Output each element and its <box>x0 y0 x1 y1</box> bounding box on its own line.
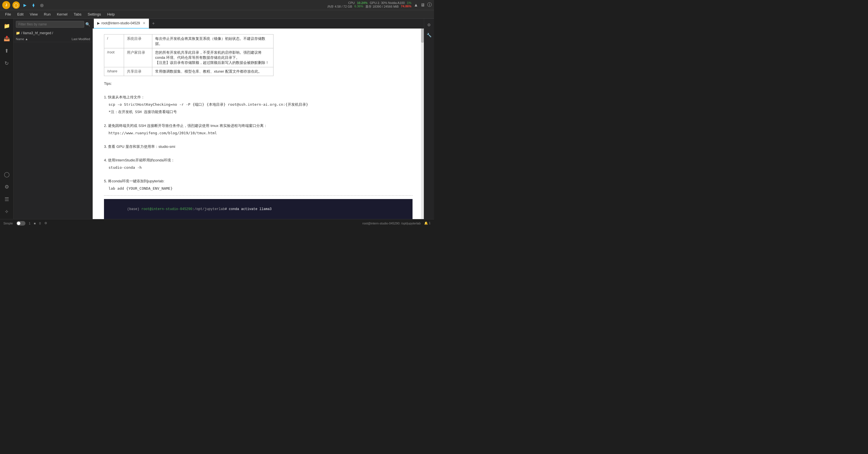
status-error-icon: ■ <box>34 222 36 225</box>
menu-run[interactable]: Run <box>41 11 53 18</box>
menu-settings[interactable]: Settings <box>85 11 104 18</box>
right-sidebar: ⚙ 🔧 <box>424 19 434 219</box>
table-cell-name: 系统目录 <box>124 34 152 48</box>
menu-help[interactable]: Help <box>104 11 118 18</box>
file-header-date[interactable]: Last Modified <box>59 37 90 41</box>
vram-label: 显存 18390 / 24566 MiB <box>365 4 398 9</box>
terminal-area: (base) root@intern-studio-045290:/opt/ju… <box>104 199 412 219</box>
file-list-header: Name ▲ Last Modified <box>13 36 92 42</box>
menu-kernel[interactable]: Kernel <box>54 11 70 18</box>
info-table: / 系统目录 每次停止开发机会将其恢复至系统（镜像）初始状态。不建议存储数据。 … <box>104 34 274 76</box>
monitor-icon[interactable]: 🖥 <box>421 3 425 8</box>
terminal-line-2: (llama3) root@intern-studio-045290:/opt/… <box>107 217 410 219</box>
top-bar: J ◯ ▶ ⧫ ◎ CPU 10.24% GPU-1: 30% Nvidia A… <box>0 0 434 10</box>
table-cell-dir: / <box>104 34 124 48</box>
toggle-simple[interactable] <box>17 221 25 225</box>
orange-icon[interactable]: ◯ <box>12 1 20 9</box>
file-header-name[interactable]: Name ▲ <box>16 37 58 41</box>
cpu-value: 10.24% <box>357 1 367 4</box>
sidebar-icon-upload[interactable]: 📤 <box>2 33 12 43</box>
jupyter-logo[interactable]: J <box>2 1 10 9</box>
table-cell-dir: /root <box>104 48 124 67</box>
status-path: root@intern-studio-045290: /opt/jupyterl… <box>363 222 421 225</box>
tab-bar: ▶ root@intern-studio-04529 ✕ + <box>93 19 424 29</box>
table-row: /root 用户家目录 您的所有开发机共享此目录，不受开发机的启停影响。强烈建议… <box>104 48 274 67</box>
table-row: /share 共享目录 常用微调数据集、模型仓库、教程、xtuner 配置文件都… <box>104 67 274 76</box>
search-input[interactable] <box>16 21 84 28</box>
menu-edit[interactable]: Edit <box>14 11 26 18</box>
status-left: Simple 1 ■ 0 ⚙ <box>3 221 47 225</box>
status-gear-icon[interactable]: ⚙ <box>44 221 47 225</box>
terminal-line-1: (base) root@intern-studio-045290:/opt/ju… <box>107 201 410 218</box>
breadcrumb-path: / llama3_hf_merged / <box>21 31 53 35</box>
circle-icon[interactable]: ◎ <box>38 2 45 8</box>
right-sidebar-icon-settings[interactable]: ⚙ <box>425 21 433 29</box>
menu-tabs[interactable]: Tabs <box>71 11 84 18</box>
sidebar-icon-puzzle[interactable]: ☰ <box>2 194 12 204</box>
upload-icon[interactable]: ▲ <box>414 3 418 8</box>
table-cell-desc: 每次停止开发机会将其恢复至系统（镜像）初始状态。不建议存储数据。 <box>152 34 274 48</box>
file-list <box>13 42 92 219</box>
status-right: root@intern-studio-045290: /opt/jupyterl… <box>363 221 431 225</box>
scrollbar-track[interactable] <box>421 29 424 219</box>
menu-bar: File Edit View Run Kernel Tabs Settings … <box>0 10 434 19</box>
top-bar-actions: ▲ 🖥 ⓘ <box>414 2 432 8</box>
main-layout: 📁 📤 ⬆ ↻ ◯ ⚙ ☰ ✧ 🔍 📁 / llama3_hf_merged /… <box>0 19 434 219</box>
search-icon[interactable]: 🔍 <box>85 22 90 27</box>
tab-add-button[interactable]: + <box>149 19 157 28</box>
sidebar-icon-upload2[interactable]: ⬆ <box>2 46 12 56</box>
ram-label: 内存 4.58 / 72 GB <box>328 4 352 9</box>
content-area: ▶ root@intern-studio-04529 ✕ + / 系统目录 每次… <box>93 19 424 219</box>
tip-2: 2. 避免因终端关闭或 SSH 连接断开导致任务停止，强烈建议使用 tmux 将… <box>104 123 412 129</box>
tab-close-icon[interactable]: ✕ <box>143 21 146 25</box>
tip-3: 3. 查看 GPU 显存和算力使用率：studio-smi <box>104 144 412 150</box>
menu-file[interactable]: File <box>2 11 14 18</box>
sidebar-icon-star[interactable]: ✧ <box>2 207 12 217</box>
sidebar-icon-files[interactable]: 📁 <box>2 21 12 31</box>
file-panel-search: 🔍 <box>13 19 92 30</box>
tip-4: 4. 使用InternStudio开箱即用的conda环境： <box>104 157 412 163</box>
vram-value: 74.86% <box>401 4 411 9</box>
system-stats: CPU 10.24% GPU-1: 30% Nvidia A100 1% 内存 … <box>328 1 411 9</box>
info-icon[interactable]: ⓘ <box>427 2 432 8</box>
tip-4-code: studio-conda -h <box>108 164 412 171</box>
notebook-content[interactable]: / 系统目录 每次停止开发机会将其恢复至系统（镜像）初始状态。不建议存储数据。 … <box>93 29 424 219</box>
cpu-stat: CPU 10.24% GPU-1: 30% Nvidia A100 1% 内存 … <box>328 1 411 9</box>
tip-2-code: https://www.ruanyifeng.com/blog/2019/10/… <box>108 130 412 136</box>
gpu-label: GPU-1: 30% Nvidia A100 <box>370 1 405 4</box>
tab-terminal-icon: ▶ <box>97 21 100 25</box>
cpu-label: CPU <box>348 1 354 4</box>
status-bar: Simple 1 ■ 0 ⚙ root@intern-studio-045290… <box>0 219 434 227</box>
right-sidebar-icon-tools[interactable]: 🔧 <box>425 31 433 39</box>
tip-5-code: lab add {YOUR_CONDA_ENV_NAME} <box>108 185 412 192</box>
terminal-tab-icon[interactable]: ▶ <box>22 2 28 8</box>
tab-terminal[interactable]: ▶ root@intern-studio-04529 ✕ <box>94 19 149 29</box>
status-error-count: 0 <box>39 222 41 225</box>
vscode-icon[interactable]: ⧫ <box>30 2 37 8</box>
gpu-value: 1% <box>407 1 411 4</box>
tab-terminal-label: root@intern-studio-04529 <box>101 21 140 25</box>
tip-5: 5. 将conda环境一键添加到jupyterlab: <box>104 178 412 184</box>
tips-section: Tips: 1. 快速从本地上传文件： scp -o StrictHostKey… <box>104 81 412 192</box>
tips-header: Tips: <box>104 81 412 87</box>
table-row: / 系统目录 每次停止开发机会将其恢复至系统（镜像）初始状态。不建议存储数据。 <box>104 34 274 48</box>
status-mode-label: Simple <box>3 222 13 225</box>
tip-1-note: *注：在开发机 SSH 连接功能查看端口号 <box>108 109 412 115</box>
sidebar-icons: 📁 📤 ⬆ ↻ ◯ ⚙ ☰ ✧ <box>0 19 13 219</box>
table-cell-name: 共享目录 <box>124 67 152 76</box>
menu-view[interactable]: View <box>27 11 40 18</box>
tip-1-code: scp -o StrictHostKeyChecking=no -r -P {端… <box>108 101 412 108</box>
table-cell-desc: 您的所有开发机共享此目录，不受开发机的启停影响。强烈建议将 conda 环境、代… <box>152 48 274 67</box>
tip-1: 1. 快速从本地上传文件： <box>104 94 412 100</box>
breadcrumb-folder-icon: 📁 <box>16 31 20 35</box>
sidebar-icon-refresh[interactable]: ↻ <box>2 58 12 68</box>
file-panel: 🔍 📁 / llama3_hf_merged / Name ▲ Last Mod… <box>13 19 93 219</box>
sidebar-icon-running[interactable]: ◯ <box>2 169 12 180</box>
ram-value: 6.36% <box>354 4 363 9</box>
table-cell-desc: 常用微调数据集、模型仓库、教程、xtuner 配置文件都存放在此。 <box>152 67 274 76</box>
sidebar-icon-settings[interactable]: ⚙ <box>2 182 12 192</box>
scrollbar-thumb[interactable] <box>421 29 424 43</box>
top-bar-icons: ◯ ▶ ⧫ ◎ <box>12 1 45 9</box>
table-cell-name: 用户家目录 <box>124 48 152 67</box>
breadcrumb: 📁 / llama3_hf_merged / <box>13 30 92 36</box>
